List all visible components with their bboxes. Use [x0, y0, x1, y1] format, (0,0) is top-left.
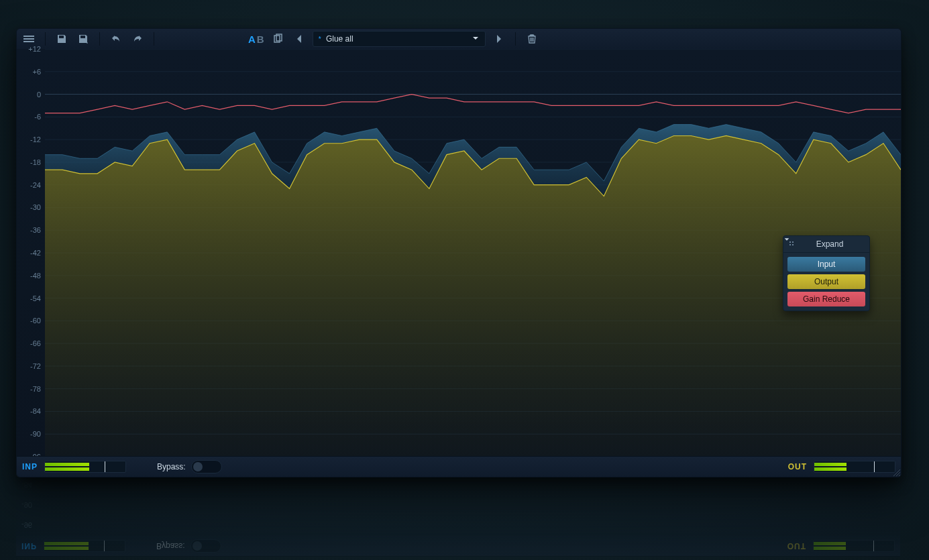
waveform-chart[interactable]: +12+60-6-12-18-24-30-36-42-48-54-60-66-7… [17, 49, 901, 457]
separator [515, 32, 516, 46]
separator [99, 32, 100, 46]
legend-header[interactable]: Expand [783, 236, 869, 253]
plugin-window: A B * Glue all [16, 28, 901, 478]
svg-rect-0 [23, 36, 34, 37]
preset-modified-icon: * [319, 36, 321, 43]
redo-icon[interactable] [129, 31, 146, 47]
input-label: INP [22, 462, 38, 471]
window-reflection: INP Bypass: OUT -96 -90 -84 [16, 476, 900, 557]
y-axis-labels: +12+60-6-12-18-24-30-36-42-48-54-60-66-7… [17, 49, 44, 457]
compare-a-icon[interactable]: A [248, 34, 256, 45]
ab-compare[interactable]: A B [248, 34, 264, 45]
preset-dropdown[interactable]: * Glue all [313, 31, 486, 47]
save-icon[interactable] [54, 31, 70, 47]
input-meter[interactable] [44, 461, 126, 473]
undo-icon[interactable] [108, 31, 124, 47]
legend-body: Input Output Gain Reduce [783, 253, 869, 311]
compare-b-icon[interactable]: B [257, 34, 264, 45]
toolbar: A B * Glue all [17, 29, 901, 50]
preset-name: Glue all [326, 34, 353, 44]
bypass-toggle[interactable] [191, 460, 222, 473]
save-as-icon[interactable] [75, 31, 91, 47]
output-label: OUT [788, 462, 807, 471]
legend-item-output[interactable]: Output [787, 274, 865, 289]
prev-preset-icon[interactable] [291, 31, 307, 47]
legend-item-input[interactable]: Input [787, 257, 865, 272]
resize-grip-icon[interactable] [891, 467, 901, 477]
output-meter[interactable] [814, 461, 895, 473]
svg-rect-1 [23, 38, 34, 40]
separator [154, 32, 154, 46]
next-preset-icon[interactable] [491, 31, 507, 47]
bottom-bar: INP Bypass: OUT [17, 456, 901, 477]
chevron-down-icon [472, 34, 480, 44]
svg-rect-2 [23, 41, 34, 42]
legend-item-gain-reduce[interactable]: Gain Reduce [787, 292, 865, 306]
legend-title: Expand [796, 239, 864, 249]
trash-icon[interactable] [524, 31, 540, 47]
bypass-label: Bypass: [157, 462, 186, 471]
separator [45, 32, 46, 46]
copy-icon[interactable] [270, 31, 286, 47]
legend-panel[interactable]: Expand Input Output Gain Reduce [783, 235, 870, 311]
bypass-control: Bypass: [157, 460, 222, 473]
